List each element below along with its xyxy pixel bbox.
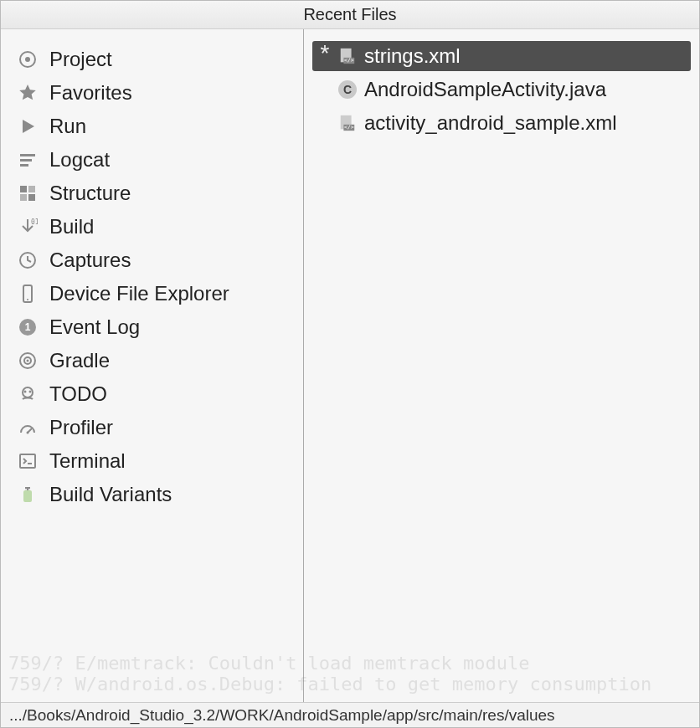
tool-item-label: Profiler [49,416,113,439]
svg-rect-4 [20,164,28,167]
tool-item-label: TODO [49,382,107,406]
svg-rect-7 [20,194,27,201]
file-row[interactable]: *</>strings.xml [312,41,691,71]
file-row[interactable]: CAndroidSampleActivity.java [312,74,691,105]
tool-item-gradle[interactable]: Gradle [11,346,293,376]
captures-icon [16,249,39,272]
tool-item-label: Structure [49,182,131,205]
statusbar-path: .../Books/Android_Studio_3.2/WORK/Androi… [9,706,555,725]
svg-text:01: 01 [31,218,38,226]
tool-item-label: Device File Explorer [49,282,229,305]
tool-item-variants[interactable]: Build Variants [11,479,293,510]
run-icon [16,115,39,138]
tool-item-label: Terminal [49,449,126,473]
tool-item-eventlog[interactable]: 1Event Log [11,312,293,342]
terminal-icon [16,449,39,473]
variants-icon [16,483,39,506]
tool-item-label: Captures [49,249,131,272]
svg-rect-6 [28,186,35,192]
tool-item-logcat[interactable]: Logcat [11,145,293,175]
tool-item-project[interactable]: Project [11,44,293,74]
svg-rect-5 [20,186,27,192]
file-name-label: AndroidSampleActivity.java [364,78,606,101]
tool-item-label: Gradle [49,349,110,372]
tool-item-label: Build [49,215,94,238]
window-title: Recent Files [303,5,396,24]
tool-item-star[interactable]: Favorites [11,78,293,108]
tool-item-label: Build Variants [49,483,172,506]
star-icon [16,81,39,105]
recent-files-list: *</>strings.xmlCAndroidSampleActivity.ja… [304,29,699,702]
modified-marker: * [319,42,331,65]
svg-point-1 [25,57,30,62]
tool-item-profiler[interactable]: Profiler [11,413,293,443]
svg-point-25 [25,489,27,490]
logcat-icon [16,148,39,172]
build-icon: 01 [16,215,39,238]
recent-files-window: Recent Files ProjectFavoritesRunLogcatSt… [0,0,700,728]
tool-item-todo[interactable]: TODO [11,379,293,409]
tool-item-label: Run [49,115,86,138]
svg-text:</>: </> [344,124,354,131]
eventlog-icon: 1 [16,315,39,339]
file-name-label: strings.xml [364,44,461,68]
svg-rect-2 [20,154,35,156]
tool-item-terminal[interactable]: Terminal [11,446,293,476]
svg-point-18 [23,387,33,397]
file-name-label: activity_android_sample.xml [364,111,616,135]
todo-icon [16,382,39,406]
file-row[interactable]: </>activity_android_sample.xml [312,108,691,138]
tool-item-label: Favorites [49,81,132,105]
xml-file-icon: </> [337,113,358,133]
tool-item-structure[interactable]: Structure [11,178,293,208]
xml-file-icon: </> [337,46,358,66]
svg-rect-24 [23,490,32,502]
gradle-icon [16,349,39,372]
project-icon [16,48,39,71]
java-file-icon: C [337,79,358,100]
tool-item-device[interactable]: Device File Explorer [11,279,293,309]
svg-point-12 [27,299,28,300]
statusbar: .../Books/Android_Studio_3.2/WORK/Androi… [1,702,699,727]
svg-point-19 [24,391,27,393]
tool-item-label: Logcat [49,148,110,172]
svg-rect-22 [20,454,35,468]
svg-text:</>: </> [344,57,354,64]
split-pane: ProjectFavoritesRunLogcatStructure01Buil… [1,29,699,702]
tool-item-captures[interactable]: Captures [11,245,293,275]
profiler-icon [16,416,39,439]
svg-rect-3 [20,159,32,161]
device-icon [16,282,39,305]
tool-window-list: ProjectFavoritesRunLogcatStructure01Buil… [1,29,304,702]
tool-item-label: Event Log [49,315,140,339]
svg-point-17 [27,360,29,362]
svg-point-20 [29,391,32,393]
window-titlebar: Recent Files [1,1,699,29]
svg-point-21 [27,432,29,434]
svg-point-26 [28,489,30,490]
tool-item-label: Project [49,48,112,71]
tool-item-build[interactable]: 01Build [11,212,293,242]
tool-item-run[interactable]: Run [11,111,293,141]
svg-text:1: 1 [25,321,31,333]
structure-icon [16,182,39,205]
svg-rect-8 [28,194,35,201]
